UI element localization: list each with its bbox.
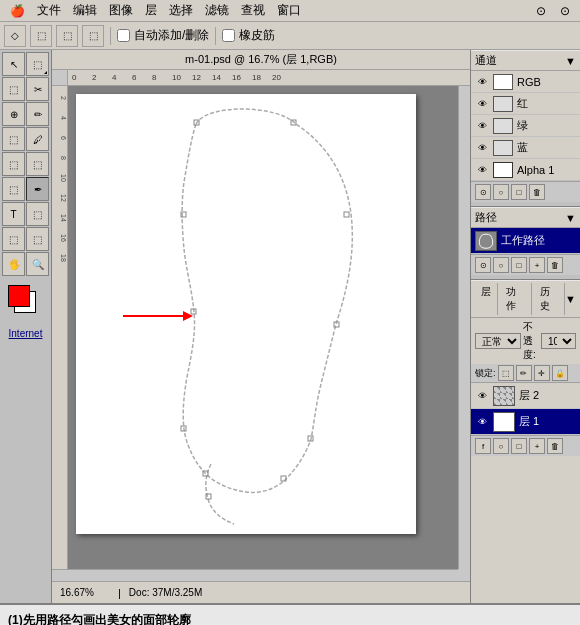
scrollbar-horizontal[interactable] — [68, 569, 458, 581]
path-icon-2[interactable]: ○ — [493, 257, 509, 273]
layer-icon-2[interactable]: ○ — [493, 438, 509, 454]
toolbar: ◇ ⬚ ⬚ ⬚ 自动添加/删除 橡皮筋 — [0, 22, 580, 50]
toolbar-separator — [110, 27, 111, 45]
menu-filter[interactable]: 滤镜 — [199, 2, 235, 19]
toolbar-btn-3[interactable]: ⬚ — [56, 25, 78, 47]
toolbar-btn-4[interactable]: ⬚ — [82, 25, 104, 47]
tool-history-brush[interactable]: 🖊 — [26, 127, 49, 151]
tool-gradient[interactable]: ⬚ — [26, 152, 49, 176]
layer-row-2[interactable]: 👁 层 2 — [471, 383, 580, 409]
tool-row-6: ⬚ ✒ — [2, 177, 49, 201]
tool-slice[interactable]: ✂ — [26, 77, 49, 101]
blend-mode-select[interactable]: 正常 — [475, 333, 521, 349]
toolbar-btn-1[interactable]: ◇ — [4, 25, 26, 47]
menu-window[interactable]: 窗口 — [271, 2, 307, 19]
eye-icon-blue[interactable]: 👁 — [475, 141, 489, 155]
opacity-select[interactable]: 100% — [541, 333, 576, 349]
channel-icon-1[interactable]: ⊙ — [475, 184, 491, 200]
tool-text[interactable]: T — [2, 202, 25, 226]
tab-layers[interactable]: 层 — [475, 283, 498, 315]
channel-icon-3[interactable]: □ — [511, 184, 527, 200]
lock-transparent[interactable]: ⬚ — [498, 365, 514, 381]
menu-layer[interactable]: 层 — [139, 2, 163, 19]
tool-hand[interactable]: 🖐 — [2, 252, 25, 276]
arrow-line — [123, 315, 183, 317]
eye-icon-alpha[interactable]: 👁 — [475, 163, 489, 177]
paths-menu-icon[interactable]: ▼ — [565, 212, 576, 224]
rl-10: 10 — [52, 168, 67, 188]
text-title: (1)先用路径勾画出美女的面部轮廓 — [8, 611, 572, 625]
tool-row-7: T ⬚ — [2, 202, 49, 226]
ruler-marks: 0 2 4 6 8 10 12 14 16 18 20 — [72, 73, 292, 82]
toolbar-btn-2[interactable]: ⬚ — [30, 25, 52, 47]
foreground-color[interactable] — [8, 285, 30, 307]
menu-edit[interactable]: 编辑 — [67, 2, 103, 19]
layer-row-1[interactable]: 👁 层 1 — [471, 409, 580, 435]
path-icon-3[interactable]: □ — [511, 257, 527, 273]
internet-label[interactable]: Internet — [2, 326, 49, 341]
tool-lasso[interactable]: ⬚ — [26, 52, 49, 76]
channel-icon-2[interactable]: ○ — [493, 184, 509, 200]
tool-notes[interactable]: ⬚ — [2, 227, 25, 251]
layers-bottom-icons: f ○ □ + 🗑 — [471, 435, 580, 456]
channel-name-red: 红 — [517, 96, 528, 111]
channel-row-rgb[interactable]: 👁 RGB — [471, 71, 580, 93]
tool-pen[interactable]: ✒ — [26, 177, 49, 201]
layer-icon-1[interactable]: f — [475, 438, 491, 454]
layer-icon-3[interactable]: □ — [511, 438, 527, 454]
layer-thumb-2 — [493, 386, 515, 406]
layer-name-1: 层 1 — [519, 414, 539, 429]
tool-zoom[interactable]: 🔍 — [26, 252, 49, 276]
eye-icon-red[interactable]: 👁 — [475, 97, 489, 111]
menu-file[interactable]: 文件 — [31, 2, 67, 19]
path-icon-1[interactable]: ⊙ — [475, 257, 491, 273]
channel-row-alpha[interactable]: 👁 Alpha 1 — [471, 159, 580, 181]
eye-icon-green[interactable]: 👁 — [475, 119, 489, 133]
layer-icon-4[interactable]: + — [529, 438, 545, 454]
lock-move[interactable]: ✛ — [534, 365, 550, 381]
tool-eyedropper[interactable]: ⬚ — [26, 227, 49, 251]
channel-row-blue[interactable]: 👁 蓝 — [471, 137, 580, 159]
eye-icon-layer1[interactable]: 👁 — [475, 415, 489, 429]
channel-thumb-red — [493, 96, 513, 112]
tool-brush[interactable]: ✏ — [26, 102, 49, 126]
tool-dodge[interactable]: ⬚ — [2, 177, 25, 201]
tool-eraser[interactable]: ⬚ — [2, 152, 25, 176]
main-layout: ↖ ⬚ ⬚ ✂ ⊕ ✏ ⬚ 🖊 ⬚ ⬚ ⬚ ✒ T ⬚ ⬚ ⬚ — [0, 50, 580, 603]
lock-paint[interactable]: ✏ — [516, 365, 532, 381]
layers-lock-row: 锁定: ⬚ ✏ ✛ 🔒 — [471, 364, 580, 383]
tool-crop[interactable]: ⬚ — [2, 77, 25, 101]
channel-row-green[interactable]: 👁 绿 — [471, 115, 580, 137]
path-icon-5[interactable]: 🗑 — [547, 257, 563, 273]
tool-marquee[interactable]: ↖ — [2, 52, 25, 76]
ruler-18: 18 — [252, 73, 272, 82]
canvas-content[interactable] — [68, 86, 458, 569]
rubber-band-checkbox[interactable] — [222, 29, 235, 42]
channels-menu-icon[interactable]: ▼ — [565, 55, 576, 67]
tool-shape[interactable]: ⬚ — [26, 202, 49, 226]
tool-healing[interactable]: ⊕ — [2, 102, 25, 126]
path-row-work[interactable]: 工作路径 — [471, 228, 580, 254]
channel-icon-4[interactable]: 🗑 — [529, 184, 545, 200]
scrollbar-vertical[interactable] — [458, 86, 470, 569]
rl-6: 6 — [52, 128, 67, 148]
path-icon-4[interactable]: + — [529, 257, 545, 273]
eye-icon-layer2[interactable]: 👁 — [475, 389, 489, 403]
channel-row-red[interactable]: 👁 红 — [471, 93, 580, 115]
menu-image[interactable]: 图像 — [103, 2, 139, 19]
tab-actions[interactable]: 功作 — [500, 283, 532, 315]
lock-all[interactable]: 🔒 — [552, 365, 568, 381]
menu-select[interactable]: 选择 — [163, 2, 199, 19]
ruler-left: 2 4 6 8 10 12 14 16 18 — [52, 86, 68, 569]
doc-size: Doc: 37M/3.25M — [129, 587, 202, 598]
eye-icon-rgb[interactable]: 👁 — [475, 75, 489, 89]
tool-row-1: ↖ ⬚ — [2, 52, 49, 76]
apple-menu[interactable]: 🍎 — [4, 4, 31, 18]
auto-add-checkbox[interactable] — [117, 29, 130, 42]
layer-icon-5[interactable]: 🗑 — [547, 438, 563, 454]
menu-icons: ⊙ ⊙ — [530, 4, 576, 18]
tool-clone[interactable]: ⬚ — [2, 127, 25, 151]
layers-menu-icon[interactable]: ▼ — [565, 293, 576, 305]
tab-history[interactable]: 历史 — [534, 283, 566, 315]
menu-view[interactable]: 查视 — [235, 2, 271, 19]
